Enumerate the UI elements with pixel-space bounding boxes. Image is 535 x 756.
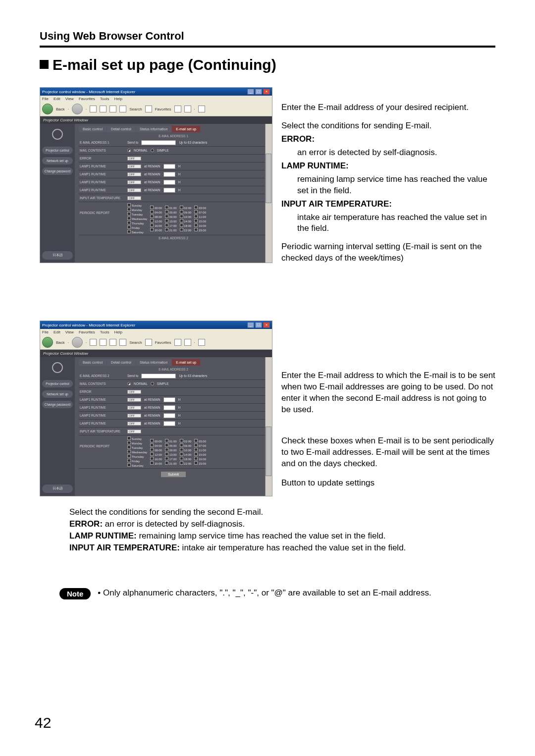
minimize-button[interactable]: _	[247, 89, 254, 95]
close-button-2[interactable]: ×	[263, 322, 270, 328]
chk-time[interactable]	[194, 219, 198, 222]
sidebar-network-setup-2[interactable]: Network set up	[42, 390, 73, 398]
minimize-button-2[interactable]: _	[247, 322, 254, 328]
history-icon-2[interactable]	[184, 339, 191, 346]
error-select-2[interactable]: OFF	[127, 390, 141, 394]
chk-time[interactable]	[150, 457, 154, 460]
chk-day[interactable]	[127, 459, 131, 462]
menu-view-2[interactable]: View	[65, 330, 74, 334]
back-button-2[interactable]	[42, 337, 53, 348]
tab-email-setup[interactable]: E-mail set up	[172, 126, 200, 132]
media-icon-2[interactable]	[174, 339, 181, 346]
lamp1a-select[interactable]: OFF	[127, 164, 141, 168]
chk-time[interactable]	[165, 206, 168, 209]
scrollbar-2[interactable]	[265, 357, 272, 496]
chk-time[interactable]	[165, 448, 168, 451]
lamp2b-select-2[interactable]: OFF	[127, 422, 141, 426]
chk-time[interactable]	[180, 457, 183, 460]
chk-time[interactable]	[165, 439, 168, 442]
chk-time[interactable]	[194, 228, 198, 231]
chk-monday[interactable]	[127, 208, 131, 211]
menu-tools[interactable]: Tools	[100, 97, 109, 101]
sidebar-change-password[interactable]: Change password	[42, 167, 73, 175]
email-input-2[interactable]	[141, 374, 176, 378]
submit-button[interactable]: Submit	[161, 472, 186, 477]
chk-time[interactable]	[165, 452, 168, 456]
chk-time[interactable]	[150, 461, 154, 465]
sidebar-projector-control-2[interactable]: Projector control	[42, 380, 73, 387]
chk-time[interactable]	[180, 443, 183, 447]
error-select[interactable]: OFF	[127, 157, 141, 161]
chk-time[interactable]	[194, 452, 198, 456]
forward-button-2[interactable]	[72, 337, 83, 348]
chk-time[interactable]	[165, 443, 168, 447]
chk-day[interactable]	[127, 450, 131, 453]
chk-friday[interactable]	[127, 225, 131, 229]
sidebar-japanese[interactable]: 日本語	[42, 251, 73, 260]
lamp1b-select[interactable]: OFF	[127, 172, 141, 176]
chk-time[interactable]	[165, 461, 168, 465]
tab-basic-control-2[interactable]: Basic control	[79, 359, 107, 366]
lamp2b-select[interactable]: OFF	[127, 188, 141, 192]
tab-status-info-2[interactable]: Status information	[136, 359, 171, 366]
air-temp-select[interactable]: OFF	[127, 196, 141, 200]
lamp1b-input[interactable]	[163, 172, 175, 177]
chk-time[interactable]	[180, 210, 183, 214]
lamp1a-select-2[interactable]: OFF	[127, 398, 141, 402]
scrollbar[interactable]	[265, 124, 272, 263]
chk-time[interactable]	[165, 215, 168, 218]
sidebar-japanese-2[interactable]: 日本語	[42, 485, 73, 493]
menu-view[interactable]: View	[65, 97, 74, 101]
chk-time[interactable]	[150, 223, 154, 227]
chk-time[interactable]	[150, 439, 154, 442]
back-button[interactable]	[42, 104, 53, 114]
chk-time[interactable]	[194, 215, 198, 218]
tab-status-info[interactable]: Status information	[136, 126, 171, 132]
radio-normal[interactable]	[127, 149, 131, 152]
tab-basic-control[interactable]: Basic control	[79, 126, 107, 132]
chk-time[interactable]	[165, 219, 168, 222]
chk-time[interactable]	[150, 228, 154, 231]
chk-time[interactable]	[194, 223, 198, 227]
chk-day[interactable]	[127, 436, 131, 440]
chk-day[interactable]	[127, 454, 131, 458]
home-icon-2[interactable]	[109, 339, 116, 346]
refresh-icon[interactable]	[100, 106, 107, 112]
chk-time[interactable]	[180, 215, 183, 218]
menu-favorites-2[interactable]: Favorites	[79, 330, 95, 334]
chk-time[interactable]	[194, 448, 198, 451]
chk-time[interactable]	[165, 210, 168, 214]
mail-icon[interactable]	[198, 106, 205, 112]
tab-email-setup-2[interactable]: E-mail set up	[172, 359, 200, 366]
close-button[interactable]: ×	[263, 89, 270, 95]
chk-time[interactable]	[150, 210, 154, 214]
chk-time[interactable]	[194, 457, 198, 460]
menu-file[interactable]: File	[42, 97, 49, 101]
chk-time[interactable]	[180, 206, 183, 209]
chk-sunday[interactable]	[127, 203, 131, 207]
history-icon[interactable]	[184, 106, 191, 112]
chk-time[interactable]	[180, 452, 183, 456]
chk-day[interactable]	[127, 441, 131, 444]
maximize-button[interactable]: □	[255, 89, 262, 95]
lamp2a-select[interactable]: OFF	[127, 180, 141, 184]
search-icon-2[interactable]	[119, 339, 126, 346]
radio-simple-2[interactable]	[151, 382, 154, 385]
chk-time[interactable]	[150, 443, 154, 447]
chk-time[interactable]	[194, 443, 198, 447]
chk-day[interactable]	[127, 445, 131, 449]
chk-saturday[interactable]	[127, 230, 131, 233]
chk-time[interactable]	[165, 228, 168, 231]
chk-time[interactable]	[180, 439, 183, 442]
chk-time[interactable]	[150, 448, 154, 451]
forward-button[interactable]	[72, 104, 83, 114]
chk-time[interactable]	[150, 215, 154, 218]
chk-time[interactable]	[180, 223, 183, 227]
chk-time[interactable]	[194, 461, 198, 465]
chk-time[interactable]	[180, 448, 183, 451]
sidebar-change-password-2[interactable]: Change password	[42, 401, 73, 408]
chk-time[interactable]	[165, 223, 168, 227]
lamp2a-select-2[interactable]: OFF	[127, 414, 141, 418]
tab-detail-control-2[interactable]: Detail control	[107, 359, 135, 366]
lamp1b-select-2[interactable]: OFF	[127, 406, 141, 410]
